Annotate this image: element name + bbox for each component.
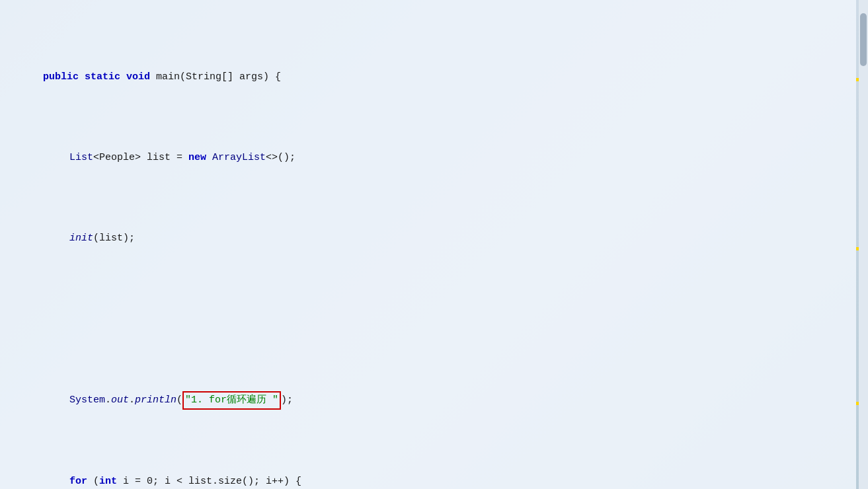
code-line-2: List <People> list = new ArrayList <>(); bbox=[0, 149, 856, 167]
code-content: public static void main(String[] args) {… bbox=[0, 0, 856, 489]
method-out1: out bbox=[111, 393, 129, 408]
kw-for1: for bbox=[69, 474, 87, 489]
classname-system1: System bbox=[69, 393, 105, 408]
type-arraylist: ArrayList bbox=[212, 150, 266, 166]
scrollbar-thumb[interactable] bbox=[860, 13, 867, 66]
code-line-1: public static void main(String[] args) { bbox=[0, 69, 856, 86]
kw-static: static bbox=[85, 69, 120, 85]
type-list: List bbox=[69, 150, 93, 166]
code-line-6: for ( int i = 0; i < list.size(); i++) { bbox=[0, 473, 856, 489]
code-line-blank1 bbox=[0, 311, 856, 328]
code-line-5: System . out . println ( "1. for循环遍历 " )… bbox=[0, 391, 856, 410]
string-for-loop: "1. for循环遍历 " bbox=[182, 391, 281, 410]
kw-new: new bbox=[188, 150, 206, 166]
method-println1: println bbox=[135, 393, 177, 408]
kw-void: void bbox=[126, 69, 150, 85]
scrollbar[interactable] bbox=[859, 0, 868, 489]
method-init: init bbox=[69, 231, 93, 246]
space bbox=[79, 69, 85, 85]
kw-public: public bbox=[43, 69, 79, 85]
code-line-3: init (list); bbox=[0, 230, 856, 247]
code-panel: public static void main(String[] args) {… bbox=[0, 0, 856, 489]
kw-int: int bbox=[99, 474, 117, 489]
